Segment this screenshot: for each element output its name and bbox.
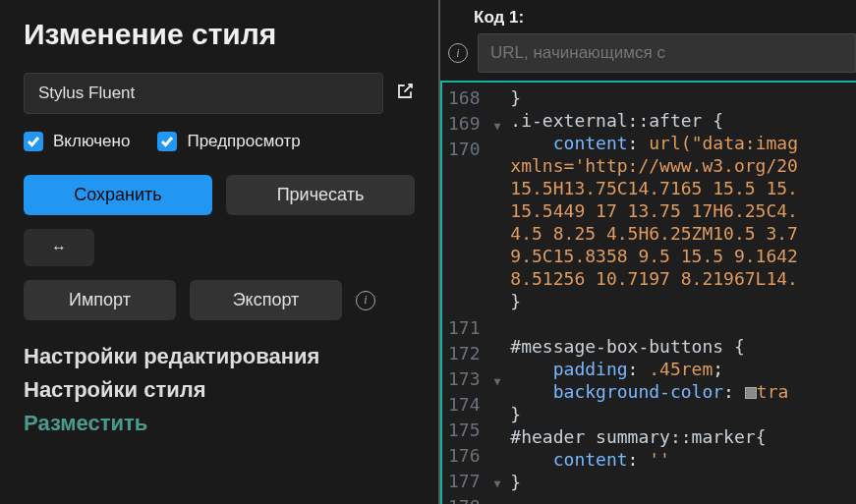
import-button[interactable]: Импорт [24, 280, 176, 320]
export-button[interactable]: Экспорт [190, 280, 342, 320]
sidebar: Изменение стиля Включено Предпросмотр Со… [0, 0, 440, 504]
info-icon[interactable]: i [356, 291, 375, 310]
info-icon[interactable]: i [448, 43, 468, 63]
preview-label: Предпросмотр [187, 132, 300, 151]
external-link-icon[interactable] [395, 82, 415, 105]
editor-gutter: 168 169 ▼170 171 172 173 ▼174 175 176 17… [442, 83, 510, 504]
revert-button[interactable]: ↔ [24, 229, 94, 266]
url-input[interactable] [478, 33, 856, 73]
style-settings-heading[interactable]: Настройки стиля [24, 377, 415, 403]
check-icon [157, 132, 177, 151]
style-name-row [24, 73, 415, 114]
save-button[interactable]: Сохранить [24, 175, 212, 215]
editor-settings-heading[interactable]: Настройки редактирования [24, 344, 415, 369]
preview-checkbox[interactable]: Предпросмотр [157, 132, 300, 151]
code-editor[interactable]: 168 169 ▼170 171 172 173 ▼174 175 176 17… [440, 81, 856, 504]
style-name-input[interactable] [24, 73, 383, 114]
publish-heading[interactable]: Разместить [24, 411, 415, 436]
import-export-row: Импорт Экспорт i [24, 280, 415, 320]
code-section-label: Код 1: [440, 8, 856, 28]
editor-code[interactable]: }.i-external::after { content: url("data… [510, 83, 798, 504]
page-title: Изменение стиля [24, 18, 415, 51]
main-panel: Код 1: i 168 169 ▼170 171 172 173 ▼174 1… [440, 0, 856, 504]
enabled-label: Включено [53, 132, 130, 151]
action-row: Сохранить Причесать [24, 175, 415, 215]
revert-row: ↔ [24, 229, 415, 266]
checkbox-row: Включено Предпросмотр [24, 132, 415, 151]
applies-to-row: i [440, 33, 856, 81]
check-icon [24, 132, 43, 151]
enabled-checkbox[interactable]: Включено [24, 132, 130, 151]
beautify-button[interactable]: Причесать [226, 175, 415, 215]
